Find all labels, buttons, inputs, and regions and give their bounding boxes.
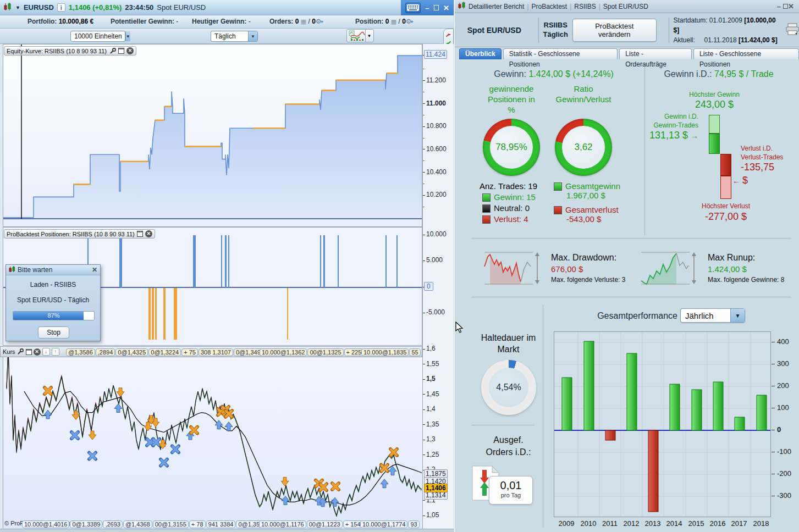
wait-dialog-titlebar[interactable]: Bitte warten ✕: [6, 265, 100, 275]
maximize-button[interactable]: [434, 5, 439, 10]
left-titlebar[interactable]: ▼ EURUSD i 1,1406 (+0,81%) 23:44:50 Spot…: [0, 0, 454, 15]
tab-statistik[interactable]: Statistik - Geschlossene Positionen: [503, 48, 618, 59]
chart-type-dropdown-arrow[interactable]: ▼: [365, 30, 373, 42]
axis-label: 10.600: [426, 145, 447, 153]
axis-tick: [423, 379, 425, 380]
axis-tick: [423, 126, 425, 127]
probacktest-change-button[interactable]: ProBacktest verändern: [572, 19, 657, 42]
current-price-label: 1,1406: [424, 484, 448, 492]
order-tag: 10.000@1,1774: [360, 520, 407, 528]
annual-year-label: 2012: [619, 519, 643, 528]
annual-bar-2011: [605, 430, 615, 440]
keyboard-icon[interactable]: [405, 3, 421, 13]
exit-marker-blue: [71, 432, 78, 439]
annual-bar-2016: [713, 382, 723, 430]
axis-label: 10.200: [426, 191, 447, 198]
axis-minor-tick: [423, 207, 425, 207]
close-icon[interactable]: ✕: [92, 266, 97, 274]
orders-count: 0: [295, 18, 299, 25]
info-icon[interactable]: i: [57, 3, 65, 12]
order-tags-bottom: 10.000@1,40160@1,3389,2693@1,436800@1,31…: [0, 519, 422, 529]
stop-button[interactable]: Stop: [38, 326, 69, 339]
report-titlebar[interactable]: Detaillierter Bericht| ProBacktest| RSII…: [455, 0, 799, 13]
tab-orderauftraege[interactable]: Liste - Orderaufträge: [619, 48, 692, 59]
gewinn-id-trades-label: Gewinn i.D.Gewinn-Trades: [650, 113, 698, 130]
exit-marker-blue: [172, 446, 179, 452]
order-tag: 0@1,3389: [70, 520, 102, 528]
hoechster-verlust-label: Höchster Verlust: [682, 202, 770, 210]
axis-tick: [423, 235, 425, 235]
units-dropdown[interactable]: 10000 Einheiten▼: [70, 31, 125, 42]
report-dates: Startdatum: 01.01.2009 [10.000,00 $] Akt…: [673, 15, 779, 45]
annual-ytick-label: 200: [777, 381, 789, 390]
close-button[interactable]: ✕: [788, 2, 796, 10]
print-icon[interactable]: [785, 23, 799, 38]
equity-curve-chart[interactable]: [3, 45, 422, 226]
candlestick-icon: [9, 266, 15, 274]
ratio-donut: 3,62: [555, 119, 612, 176]
axis-label: 1,55: [426, 360, 439, 368]
maximize-button[interactable]: [783, 4, 788, 9]
portfolio-bar: Portfolio: 10.000,86 € Potentieller Gewi…: [0, 15, 454, 29]
position-close-icon[interactable]: ▦: [391, 18, 396, 25]
equity-curve-panel[interactable]: [3, 44, 422, 227]
axis-tick: [423, 409, 425, 410]
axis-tick: [423, 500, 425, 501]
axis-tick: [423, 455, 425, 455]
order-tag: 10.000@1,1362: [260, 348, 307, 356]
order-tag: + 78: [189, 520, 206, 528]
axis-label: 11.200: [426, 76, 446, 84]
minimize-button[interactable]: –: [425, 4, 429, 12]
annual-year-label: 2018: [749, 519, 773, 528]
buy-arrow-marker: [114, 403, 122, 412]
orders-per-day-value: 0,01: [489, 479, 532, 492]
buy-arrow-marker: [331, 497, 339, 506]
axis-label: 1,4: [426, 405, 436, 413]
axis-tick: [423, 261, 425, 261]
tab-ueberblick[interactable]: Überblick: [459, 48, 502, 59]
detach-window-icon[interactable]: [118, 48, 124, 54]
timeframe-dropdown[interactable]: Täglich▼: [211, 31, 258, 42]
wrench-icon[interactable]: [109, 47, 116, 54]
legend-neutral: Neutral: 0: [482, 203, 530, 213]
minimize-button[interactable]: –: [777, 2, 783, 10]
potential-gain-value: -: [176, 18, 178, 25]
axis-tick: [772, 430, 775, 430]
axis-tick: [423, 424, 425, 425]
chart-type-button[interactable]: ▼: [346, 29, 374, 42]
max-drawdown-sub: Max. folgende Verluste: 3: [551, 276, 625, 284]
exit-marker-blue: [153, 439, 159, 446]
order-tag: 941 3384: [206, 520, 236, 528]
axis-minor-tick: [423, 69, 425, 69]
red-legend-swatch: [554, 206, 562, 214]
close-button[interactable]: ✕: [443, 4, 449, 12]
annual-ytick-label: -100: [777, 447, 791, 456]
annual-ytick-label: 400: [777, 337, 789, 346]
close-panel-icon[interactable]: ✕: [126, 47, 134, 54]
symbol-dropdown-caret[interactable]: ▼: [15, 5, 20, 10]
tab-geschlossene-positionen[interactable]: Liste - Geschlossene Positionen: [693, 48, 799, 59]
annual-year-label: 2013: [641, 519, 665, 528]
axis-label: 1,3: [426, 435, 436, 443]
instrument-label: Spot EUR/USD: [455, 26, 534, 35]
gesamtverlust: Gesamtverlust-543,00 $: [554, 205, 619, 224]
detach-window-icon[interactable]: [137, 231, 143, 237]
price-chart[interactable]: [3, 357, 422, 528]
order-tag: + 75: [181, 348, 198, 356]
time-axis-strip[interactable]: [0, 529, 454, 532]
orders-cancel-icon[interactable]: ▦: [301, 18, 306, 25]
annual-year-label: 2009: [554, 519, 578, 528]
red-legend-swatch: [482, 215, 491, 224]
close-panel-icon[interactable]: ✕: [145, 230, 152, 237]
annual-ytick-label: -300: [777, 491, 791, 500]
axis-label-zero: 0: [424, 282, 433, 291]
gewinn-headline: Gewinn: 1.424,00 $ (+14,24%): [463, 69, 644, 79]
hoechster-gewinn-value: 243,00 $: [670, 99, 758, 110]
annual-bar-2014: [670, 384, 680, 430]
wait-dialog-title: Bitte warten: [18, 266, 52, 274]
window-controls: – ✕: [401, 0, 454, 15]
portfolio-label: Portfolio:: [27, 18, 57, 25]
performance-period-dropdown[interactable]: Jährlich▼: [680, 308, 745, 323]
annual-bar-2010: [584, 341, 594, 430]
price-chart-panel[interactable]: [3, 357, 422, 529]
